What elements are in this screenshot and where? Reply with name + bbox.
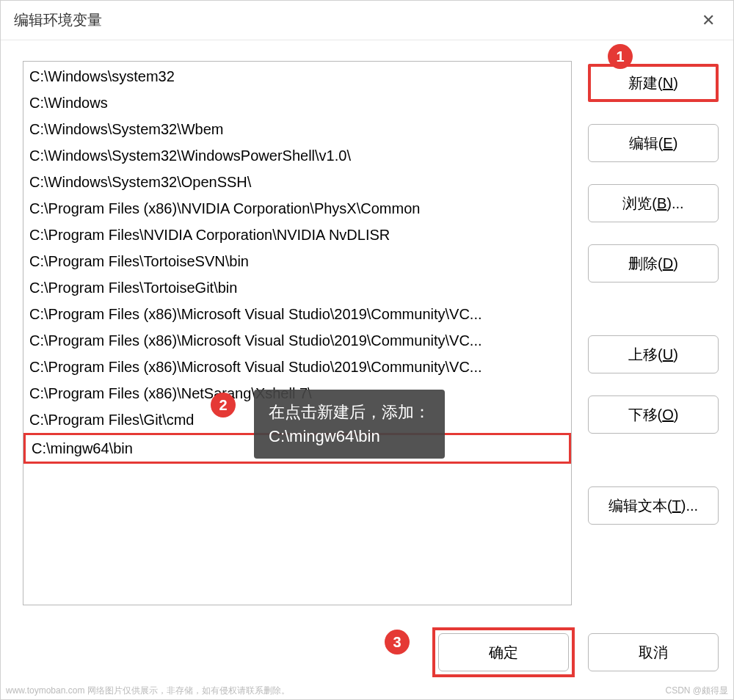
button-key: D xyxy=(663,255,673,272)
new-button-highlight: 新建(N) xyxy=(588,64,719,102)
close-icon: ✕ xyxy=(702,11,715,30)
button-label: 新建( xyxy=(628,73,663,93)
annotation-tooltip: 在点击新建后，添加： C:\mingw64\bin xyxy=(254,390,445,459)
button-close: ) xyxy=(673,255,678,272)
list-item[interactable]: C:\Windows\System32\WindowsPowerShell\v1… xyxy=(23,142,571,169)
annotation-marker-2: 2 xyxy=(211,393,236,418)
moveup-button[interactable]: 上移(U) xyxy=(588,335,719,373)
button-key: B xyxy=(657,195,666,212)
cancel-button[interactable]: 取消 xyxy=(588,633,719,671)
list-item[interactable]: C:\Program Files\TortoiseGit\bin xyxy=(23,274,571,301)
button-close: ) xyxy=(674,406,679,423)
tooltip-line: 在点击新建后，添加： xyxy=(269,400,430,424)
dialog-title: 编辑环境变量 xyxy=(14,10,102,30)
tooltip-line: C:\mingw64\bin xyxy=(269,424,430,448)
path-listbox[interactable]: C:\Windows\system32 C:\Windows C:\Window… xyxy=(23,61,572,605)
button-close: ) xyxy=(673,346,678,363)
titlebar: 编辑环境变量 ✕ xyxy=(1,1,733,40)
ok-button[interactable]: 确定 xyxy=(438,633,569,671)
side-button-group: 新建(N) 编辑(E) 浏览(B)... 删除(D) 上移(U) 下移(O) 编… xyxy=(588,61,719,613)
button-label: 删除( xyxy=(628,254,663,274)
list-item[interactable]: C:\Program Files\NVIDIA Corporation\NVID… xyxy=(23,222,571,248)
button-close: )... xyxy=(681,497,698,514)
button-key: E xyxy=(663,135,672,152)
watermark-right: CSDN @颇得显 xyxy=(665,685,728,697)
button-key: T xyxy=(672,497,681,514)
list-item[interactable]: C:\Program Files (x86)\Microsoft Visual … xyxy=(23,301,571,327)
button-close: ) xyxy=(673,75,678,92)
list-item[interactable]: C:\Windows\system32 xyxy=(23,63,571,90)
env-var-dialog: 编辑环境变量 ✕ C:\Windows\system32 C:\Windows … xyxy=(0,0,734,700)
dialog-content: C:\Windows\system32 C:\Windows C:\Window… xyxy=(1,40,733,620)
list-item[interactable]: C:\Program Files\TortoiseSVN\bin xyxy=(23,248,571,274)
button-key: U xyxy=(663,346,673,363)
button-close: ) xyxy=(673,135,678,152)
browse-button[interactable]: 浏览(B)... xyxy=(588,184,719,222)
button-key: O xyxy=(662,406,674,423)
ok-button-highlight: 确定 xyxy=(432,627,575,677)
button-label: 浏览( xyxy=(622,194,657,214)
watermark-left: www.toymoban.com 网络图片仅供展示，非存储，如有侵权请联系删除。 xyxy=(6,685,290,697)
list-item[interactable]: C:\Windows\System32\OpenSSH\ xyxy=(23,169,571,195)
list-item[interactable]: C:\Windows\System32\Wbem xyxy=(23,116,571,142)
new-button[interactable]: 新建(N) xyxy=(591,67,716,99)
edit-button[interactable]: 编辑(E) xyxy=(588,124,719,162)
button-label: 编辑文本( xyxy=(608,496,672,516)
list-item[interactable]: C:\Windows xyxy=(23,90,571,116)
button-key: N xyxy=(663,75,673,92)
list-item[interactable]: C:\Program Files (x86)\Microsoft Visual … xyxy=(23,327,571,354)
list-item[interactable]: C:\Program Files (x86)\Microsoft Visual … xyxy=(23,354,571,380)
edittext-button[interactable]: 编辑文本(T)... xyxy=(588,486,719,525)
close-button[interactable]: ✕ xyxy=(697,9,720,32)
dialog-footer: 确定 取消 xyxy=(1,620,733,692)
annotation-marker-3: 3 xyxy=(385,630,410,655)
button-label: 下移( xyxy=(628,405,663,425)
button-label: 编辑( xyxy=(629,134,664,153)
list-item[interactable]: C:\Program Files (x86)\NVIDIA Corporatio… xyxy=(23,195,571,222)
delete-button[interactable]: 删除(D) xyxy=(588,244,719,282)
movedown-button[interactable]: 下移(O) xyxy=(588,395,719,434)
annotation-marker-1: 1 xyxy=(608,44,633,69)
button-label: 上移( xyxy=(628,345,663,365)
button-close: )... xyxy=(666,195,683,212)
